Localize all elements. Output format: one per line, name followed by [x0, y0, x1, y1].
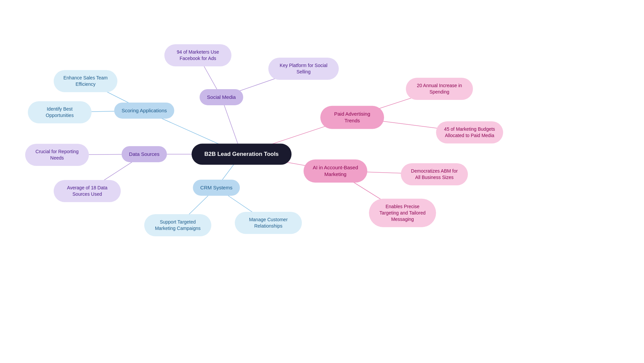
node-ai-abm: AI in Account-Based Marketing	[304, 160, 367, 183]
node-enhance-sales: Enhance Sales Team Efficiency	[54, 70, 117, 92]
node-reporting-needs: Crucial for Reporting Needs	[25, 144, 89, 166]
mind-map: B2B Lead Generation ToolsSocial Media94 …	[0, 0, 644, 363]
node-support-campaigns: Support Targeted Marketing Campaigns	[144, 214, 211, 236]
node-precise-targeting: Enables Precise Targeting and Tailored M…	[369, 199, 436, 227]
node-budget-allocated: 45 of Marketing Budgets Allocated to Pai…	[436, 121, 503, 143]
node-identify-opps: Identify Best Opportunities	[28, 101, 92, 123]
node-manage-customers: Manage Customer Relationships	[235, 212, 302, 234]
node-social-selling: Key Platform for Social Selling	[268, 58, 339, 80]
node-social-media: Social Media	[200, 89, 243, 105]
node-crm-systems: CRM Systems	[193, 180, 240, 196]
center-node: B2B Lead Generation Tools	[192, 144, 291, 165]
node-annual-increase: 20 Annual Increase in Spending	[406, 78, 473, 100]
node-scoring-apps: Scoring Applications	[114, 103, 174, 119]
node-avg-18: Average of 18 Data Sources Used	[54, 180, 121, 202]
node-facebook-ads: 94 of Marketers Use Facebook for Ads	[164, 44, 231, 66]
node-democratizes: Democratizes ABM for All Business Sizes	[401, 163, 468, 185]
node-paid-adv: Paid Advertising Trends	[320, 106, 384, 129]
node-data-sources: Data Sources	[122, 146, 167, 162]
